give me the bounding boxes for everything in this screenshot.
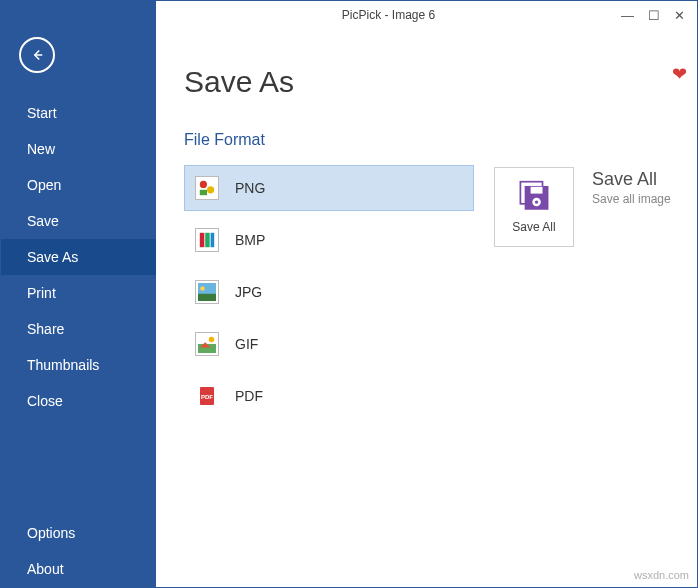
sidebar-item-label: Share [27,321,64,337]
save-all-button[interactable]: Save All [494,167,574,247]
jpg-icon [195,280,219,304]
file-format-item-bmp[interactable]: BMP [184,217,474,263]
sidebar-item-open[interactable]: Open [1,167,156,203]
svg-rect-5 [200,233,205,247]
sidebar-item-save[interactable]: Save [1,203,156,239]
sidebar-item-label: About [27,561,64,577]
watermark: wsxdn.com [634,569,689,581]
sidebar-item-label: Close [27,393,63,409]
file-format-label: PDF [235,388,263,404]
svg-rect-7 [211,233,215,247]
sidebar-item-label: Open [27,177,61,193]
file-format-list: PNG BMP JPG [184,165,494,425]
sidebar-item-label: New [27,141,55,157]
sidebar: Start New Open Save Save As Print Share … [1,29,156,587]
svg-point-21 [535,200,538,203]
sidebar-item-label: Print [27,285,56,301]
sidebar-item-print[interactable]: Print [1,275,156,311]
svg-point-1 [200,181,207,188]
bmp-icon [195,228,219,252]
close-window-button[interactable]: ✕ [674,8,685,23]
maximize-button[interactable]: ☐ [648,8,660,23]
file-format-item-png[interactable]: PNG [184,165,474,211]
save-all-description: Save All Save all image [592,167,671,587]
app-window: PicPick - Image 6 — ☐ ✕ Start New Open S… [0,0,698,588]
file-format-label: BMP [235,232,265,248]
sidebar-item-label: Thumbnails [27,357,99,373]
sidebar-item-label: Save As [27,249,78,265]
svg-text:PDF: PDF [201,394,213,400]
sidebar-item-share[interactable]: Share [1,311,156,347]
svg-rect-3 [200,190,207,195]
heart-icon[interactable]: ❤ [672,63,687,85]
file-format-item-jpg[interactable]: JPG [184,269,474,315]
sidebar-item-save-as[interactable]: Save As [1,239,156,275]
title-bar-sidebar-fill [1,1,156,29]
section-title: File Format [184,131,494,149]
sidebar-item-label: Save [27,213,59,229]
sidebar-item-new[interactable]: New [1,131,156,167]
sidebar-item-label: Start [27,105,57,121]
window-title: PicPick - Image 6 [156,8,621,22]
window-controls: — ☐ ✕ [621,8,697,23]
save-all-title: Save All [592,169,671,190]
save-all-icon [517,180,551,214]
save-as-column: Save As File Format PNG BMP [184,65,494,587]
gif-icon [195,332,219,356]
file-format-label: PNG [235,180,265,196]
file-format-item-gif[interactable]: GIF [184,321,474,367]
sidebar-item-start[interactable]: Start [1,95,156,131]
sidebar-item-thumbnails[interactable]: Thumbnails [1,347,156,383]
back-button[interactable] [19,37,55,73]
svg-rect-9 [198,294,216,301]
png-icon [195,176,219,200]
file-format-label: GIF [235,336,258,352]
save-all-button-label: Save All [512,220,555,234]
file-format-label: JPG [235,284,262,300]
save-all-column: Save All Save All Save all image [494,65,697,587]
sidebar-item-close[interactable]: Close [1,383,156,419]
sidebar-item-about[interactable]: About [1,551,156,587]
arrow-left-icon [28,46,46,64]
svg-point-13 [209,337,214,342]
svg-rect-6 [205,233,210,247]
pdf-icon: PDF [195,384,219,408]
sidebar-item-options[interactable]: Options [1,515,156,551]
svg-rect-19 [531,187,543,194]
sidebar-item-label: Options [27,525,75,541]
content-area: ❤ Save As File Format PNG [156,29,697,587]
minimize-button[interactable]: — [621,8,634,23]
file-format-item-pdf[interactable]: PDF PDF [184,373,474,419]
save-all-subtitle: Save all image [592,192,671,206]
window-body: Start New Open Save Save As Print Share … [1,29,697,587]
svg-point-10 [200,286,205,291]
svg-point-2 [207,186,214,193]
page-title: Save As [184,65,494,99]
title-bar: PicPick - Image 6 — ☐ ✕ [1,1,697,29]
sidebar-spacer [1,419,156,515]
